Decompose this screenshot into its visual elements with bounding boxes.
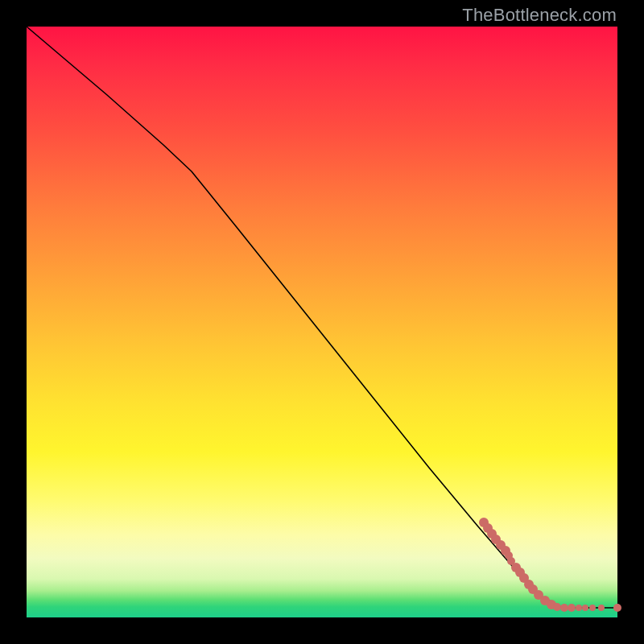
chart-overlay — [27, 27, 617, 617]
watermark-text: TheBottleneck.com — [462, 5, 617, 26]
highlight-dots-group — [479, 518, 621, 612]
highlight-dot — [568, 604, 576, 612]
highlight-dot — [576, 605, 582, 611]
highlight-dot — [598, 605, 605, 611]
chart-frame: TheBottleneck.com — [0, 0, 644, 644]
highlight-dot — [560, 604, 568, 612]
highlight-dot — [613, 604, 621, 612]
highlight-dot — [589, 605, 596, 611]
highlight-dot — [553, 603, 561, 611]
bottleneck-curve — [27, 27, 617, 608]
highlight-dot — [582, 605, 588, 611]
